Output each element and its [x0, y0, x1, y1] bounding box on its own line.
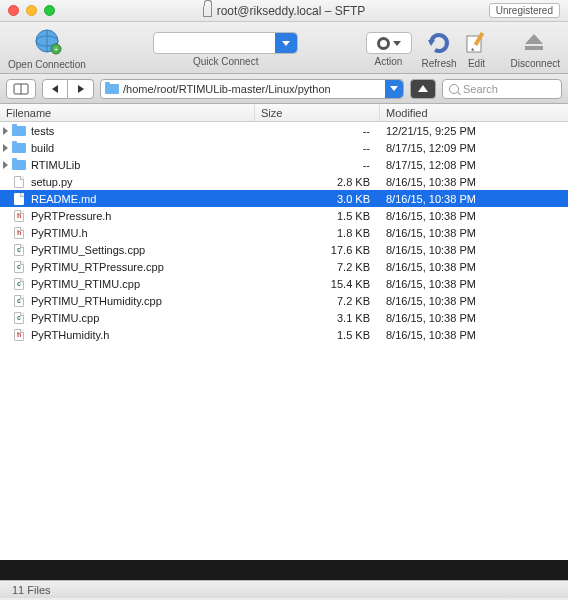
- file-modified: 8/17/15, 12:08 PM: [380, 159, 568, 171]
- file-list[interactable]: tests--12/21/15, 9:25 PMbuild--8/17/15, …: [0, 122, 568, 560]
- close-icon[interactable]: [8, 5, 19, 16]
- table-row[interactable]: PyRTIMU_RTPressure.cpp7.2 KB8/16/15, 10:…: [0, 258, 568, 275]
- search-icon: [449, 84, 459, 94]
- table-row[interactable]: PyRTIMU_Settings.cpp17.6 KB8/16/15, 10:3…: [0, 241, 568, 258]
- minimize-icon[interactable]: [26, 5, 37, 16]
- folder-icon: [12, 125, 26, 137]
- pathbar: /home/root/RTIMULib-master/Linux/python …: [0, 74, 568, 104]
- cpp-file-icon: [12, 295, 26, 307]
- chevron-down-icon[interactable]: [275, 33, 297, 53]
- file-modified: 8/16/15, 10:38 PM: [380, 244, 568, 256]
- header-file-icon: [12, 227, 26, 239]
- folder-icon: [105, 84, 119, 94]
- refresh-icon: [425, 30, 453, 56]
- file-modified: 8/16/15, 10:38 PM: [380, 295, 568, 307]
- action-button[interactable]: [366, 32, 412, 54]
- path-text: /home/root/RTIMULib-master/Linux/python: [123, 83, 331, 95]
- file-modified: 8/16/15, 10:38 PM: [380, 312, 568, 324]
- open-connection-button[interactable]: + Open Connection: [8, 29, 86, 70]
- header-modified[interactable]: Modified: [380, 104, 568, 121]
- cpp-file-icon: [12, 261, 26, 273]
- file-modified: 8/16/15, 10:38 PM: [380, 278, 568, 290]
- disclosure-triangle-icon[interactable]: [3, 127, 8, 135]
- gear-icon: [377, 37, 390, 50]
- table-row[interactable]: PyRTIMU.cpp3.1 KB8/16/15, 10:38 PM: [0, 309, 568, 326]
- file-modified: 8/16/15, 10:38 PM: [380, 329, 568, 341]
- globe-icon: +: [31, 29, 63, 57]
- path-selector[interactable]: /home/root/RTIMULib-master/Linux/python: [100, 79, 404, 99]
- file-size: --: [255, 142, 380, 154]
- zoom-icon[interactable]: [44, 5, 55, 16]
- table-row[interactable]: PyRTIMU.h1.8 KB8/16/15, 10:38 PM: [0, 224, 568, 241]
- cpp-file-icon: [12, 278, 26, 290]
- book-icon: [13, 83, 29, 95]
- file-size: 7.2 KB: [255, 261, 380, 273]
- search-input[interactable]: Search: [442, 79, 562, 99]
- file-size: --: [255, 159, 380, 171]
- file-name: PyRTHumidity.h: [31, 329, 109, 341]
- header-file-icon: [12, 329, 26, 341]
- file-size: 1.8 KB: [255, 227, 380, 239]
- file-size: 17.6 KB: [255, 244, 380, 256]
- bookmarks-button[interactable]: [6, 79, 36, 99]
- disclosure-triangle-icon[interactable]: [3, 144, 8, 152]
- folder-icon: [12, 142, 26, 154]
- disclosure-triangle-icon[interactable]: [3, 161, 8, 169]
- statusbar: 11 Files: [0, 580, 568, 598]
- file-modified: 8/16/15, 10:38 PM: [380, 193, 568, 205]
- arrow-left-icon: [52, 85, 58, 93]
- table-row[interactable]: README.md3.0 KB8/16/15, 10:38 PM: [0, 190, 568, 207]
- file-size: 7.2 KB: [255, 295, 380, 307]
- table-row[interactable]: PyRTIMU_RTIMU.cpp15.4 KB8/16/15, 10:38 P…: [0, 275, 568, 292]
- refresh-button[interactable]: Refresh: [422, 30, 457, 69]
- header-file-icon: [12, 210, 26, 222]
- file-modified: 8/16/15, 10:38 PM: [380, 210, 568, 222]
- header-size[interactable]: Size: [255, 104, 380, 121]
- table-row[interactable]: PyRTIMU_RTHumidity.cpp7.2 KB8/16/15, 10:…: [0, 292, 568, 309]
- quick-connect-input[interactable]: [153, 32, 298, 54]
- column-headers: Filename Size Modified: [0, 104, 568, 122]
- quick-connect-label: Quick Connect: [193, 56, 259, 67]
- file-name: RTIMULib: [31, 159, 80, 171]
- file-icon: [12, 176, 26, 188]
- header-filename[interactable]: Filename: [0, 104, 255, 121]
- arrow-right-icon: [78, 85, 84, 93]
- file-name: PyRTIMU_Settings.cpp: [31, 244, 145, 256]
- unregistered-badge[interactable]: Unregistered: [489, 3, 560, 18]
- file-size: 1.5 KB: [255, 329, 380, 341]
- table-row[interactable]: PyRTHumidity.h1.5 KB8/16/15, 10:38 PM: [0, 326, 568, 343]
- file-modified: 8/16/15, 10:38 PM: [380, 261, 568, 273]
- cpp-file-icon: [12, 244, 26, 256]
- table-row[interactable]: RTIMULib--8/17/15, 12:08 PM: [0, 156, 568, 173]
- chevron-down-icon[interactable]: [385, 80, 403, 98]
- table-row[interactable]: build--8/17/15, 12:09 PM: [0, 139, 568, 156]
- file-size: 2.8 KB: [255, 176, 380, 188]
- file-name: tests: [31, 125, 54, 137]
- file-name: PyRTIMU.cpp: [31, 312, 99, 324]
- back-button[interactable]: [42, 79, 68, 99]
- svg-marker-9: [525, 34, 543, 44]
- disconnect-button[interactable]: Disconnect: [511, 30, 560, 69]
- action-menu[interactable]: Action: [366, 32, 412, 67]
- file-size: 1.5 KB: [255, 210, 380, 222]
- file-size: 3.1 KB: [255, 312, 380, 324]
- table-row[interactable]: setup.py2.8 KB8/16/15, 10:38 PM: [0, 173, 568, 190]
- file-size: 15.4 KB: [255, 278, 380, 290]
- file-size: --: [255, 125, 380, 137]
- titlebar: root@rikseddy.local – SFTP Unregistered: [0, 0, 568, 22]
- svg-rect-10: [525, 46, 543, 50]
- svg-marker-5: [428, 40, 435, 46]
- file-count: 11 Files: [12, 584, 51, 596]
- up-button[interactable]: [410, 79, 436, 99]
- table-row[interactable]: PyRTPressure.h1.5 KB8/16/15, 10:38 PM: [0, 207, 568, 224]
- forward-button[interactable]: [68, 79, 94, 99]
- edit-button[interactable]: Edit: [463, 30, 491, 69]
- table-row[interactable]: tests--12/21/15, 9:25 PM: [0, 122, 568, 139]
- refresh-label: Refresh: [422, 58, 457, 69]
- file-name: README.md: [31, 193, 96, 205]
- edit-label: Edit: [468, 58, 485, 69]
- nav-group: [42, 79, 94, 99]
- file-name: PyRTPressure.h: [31, 210, 112, 222]
- file-name: PyRTIMU_RTHumidity.cpp: [31, 295, 162, 307]
- svg-text:+: +: [54, 45, 59, 54]
